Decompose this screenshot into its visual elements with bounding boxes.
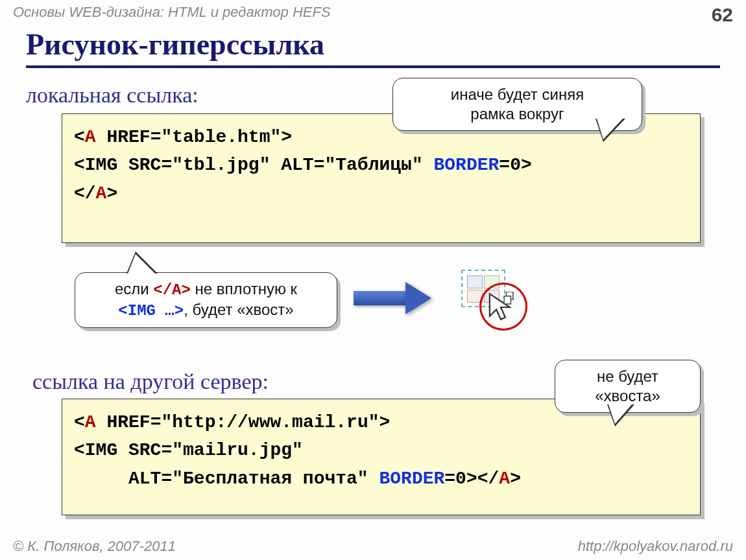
callout-pointer-icon <box>597 119 623 139</box>
slide-footer: © К. Поляков, 2007-2011 http://kpolyakov… <box>13 538 733 555</box>
course-name: Основы WEB-дизайна: HTML и редактор HEFS <box>13 4 331 26</box>
code-line-3: </A> <box>74 180 688 207</box>
copyright-text: © К. Поляков, 2007-2011 <box>13 538 176 555</box>
slide-header: Основы WEB-дизайна: HTML и редактор HEFS… <box>13 4 733 26</box>
code-box-remote: <A HREF="http://www.mail.ru"> <IMG SRC="… <box>62 399 701 515</box>
callout-pointer-icon <box>608 404 632 424</box>
callout-pointer-icon <box>128 254 155 274</box>
code-line-2: <IMG SRC="tbl.jpg" ALT="Таблицы" BORDER=… <box>74 151 688 179</box>
slide-title: Рисунок-гиперссылка <box>26 27 720 68</box>
subheading-remote-link: ссылка на другой сервер: <box>32 369 269 394</box>
callout-tail-note: если </A> не вплотную к <IMG …>, будет «… <box>75 272 337 328</box>
highlight-circle-icon <box>479 283 527 331</box>
page-number: 62 <box>712 4 733 26</box>
arrow-icon <box>354 282 438 314</box>
image-link-thumbnail <box>457 266 529 327</box>
code-line-3: ALT="Бесплатная почта" BORDER=0></A> <box>74 465 688 493</box>
subheading-local-link: локальная ссылка: <box>26 83 199 108</box>
footer-url: http://kpolyakov.narod.ru <box>578 538 733 555</box>
code-line-2: <IMG SRC="mailru.jpg" <box>74 436 688 464</box>
